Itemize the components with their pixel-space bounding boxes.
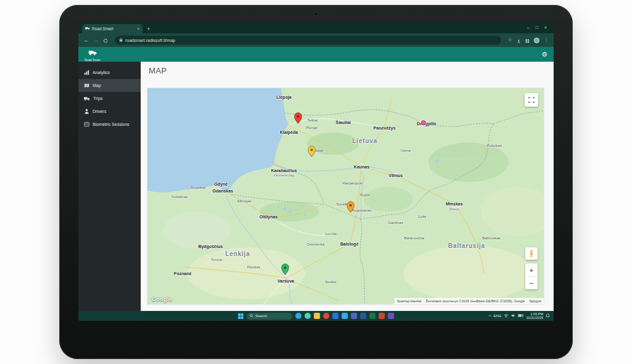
map-label: Elbingas: [237, 199, 251, 203]
sidebar-item-map[interactable]: Map: [78, 79, 141, 92]
taskbar-app-teams-icon[interactable]: [351, 313, 357, 319]
map-label: Košalinas: [172, 195, 188, 199]
map-marker-klaipeda[interactable]: [294, 112, 302, 126]
map-label: Marijampolė: [343, 181, 363, 185]
taskbar-search[interactable]: Search: [247, 313, 293, 320]
sidebar-item-trips[interactable]: Trips: [78, 92, 141, 105]
settings-gear-icon[interactable]: ⚙: [541, 51, 547, 58]
map-label: Sedlcė: [325, 280, 336, 284]
taskbar-app-chrome-icon[interactable]: [323, 313, 330, 319]
map-label: Balstogė: [340, 242, 359, 246]
browser-tabstrip: Road Smart × + – □ ×: [78, 22, 554, 33]
taskbar-clock[interactable]: 1:06 PM 10/31/2025: [526, 312, 543, 320]
map-label: Baranovičiai: [404, 236, 425, 240]
bookmark-star-icon[interactable]: ☆: [508, 38, 512, 43]
taskbar-app-app-icon[interactable]: [388, 313, 394, 319]
taskbar-app-copilot-icon[interactable]: [305, 313, 311, 319]
back-icon[interactable]: ←: [83, 38, 89, 43]
language-indicator[interactable]: ENG: [493, 314, 501, 318]
map-label: Lyda: [418, 215, 426, 218]
zoom-in-button[interactable]: +: [525, 264, 538, 276]
map-label: Olštynas: [259, 215, 278, 219]
taskbar-app-word-icon[interactable]: [360, 313, 367, 319]
map-label: Минск: [449, 207, 459, 211]
sidebar-item-label: Trips: [93, 96, 102, 101]
truck-icon: [84, 96, 90, 101]
fullscreen-button[interactable]: [525, 93, 538, 107]
taskbar-app-excel-icon[interactable]: [370, 313, 376, 319]
browser-tab[interactable]: Road Smart ×: [82, 24, 143, 33]
taskbar-app-edge-icon[interactable]: [296, 313, 302, 319]
map-label: Karaliaučius: [271, 168, 297, 173]
map-marker-daugpilis[interactable]: [421, 120, 426, 125]
map-label: Lietuva: [352, 138, 378, 144]
keyboard-shortcuts-link[interactable]: Spartieji klavišai: [397, 299, 421, 303]
system-tray: ^ ENG 1:06 PM 10/31/2025: [489, 312, 550, 320]
map-label: Klaipėda: [280, 130, 297, 134]
maximize-button[interactable]: □: [536, 25, 538, 30]
address-bar[interactable]: roadsmart.radissoft.lt/map: [115, 36, 501, 44]
map-marker-varsuva[interactable]: [281, 263, 289, 278]
map-label: Lomža: [325, 232, 336, 236]
terms-link[interactable]: Sąlygos: [529, 299, 541, 303]
wifi-icon[interactable]: [504, 314, 509, 318]
map-label: Panevėžys: [373, 126, 396, 130]
sidebar-item-analytics[interactable]: Analytics: [78, 66, 141, 79]
browser-menu-icon[interactable]: ⋮: [544, 38, 549, 43]
taskbar-app-store-icon[interactable]: [333, 313, 339, 319]
notification-bell-icon[interactable]: [546, 313, 550, 318]
map-label: Šiauliai: [336, 120, 351, 125]
map-label: Minskas: [446, 202, 463, 206]
clock-date: 10/31/2025: [526, 316, 543, 320]
map-attribution: Spartieji klavišai Žemėlapio duomenys ©2…: [394, 298, 544, 304]
new-tab-button[interactable]: +: [147, 26, 150, 32]
volume-icon[interactable]: [511, 313, 515, 318]
google-map[interactable]: LietuvaLenkijaBaltarusijaLiepojaKlaipėda…: [148, 88, 544, 304]
browser-toolbar: ← → roadsmart.radissoft.lt/map ☆: [78, 33, 554, 47]
start-button-icon[interactable]: [238, 310, 244, 321]
sidebar-item-drivers[interactable]: Drivers: [78, 105, 141, 118]
person-icon: [84, 109, 89, 114]
map-label: Ostrolenka: [306, 242, 324, 246]
app-logo[interactable]: Road Smart: [85, 47, 101, 62]
profile-avatar[interactable]: [534, 38, 539, 43]
zoom-out-button[interactable]: −: [525, 277, 538, 289]
sidebar-item-label: Drivers: [93, 109, 106, 114]
minimize-button[interactable]: –: [527, 25, 530, 30]
search-icon: [250, 314, 254, 318]
tab-close-icon[interactable]: ×: [137, 27, 139, 31]
map-label: Augustavas: [352, 209, 371, 212]
download-icon[interactable]: [517, 35, 521, 46]
map-label: Gdynė: [214, 182, 228, 186]
tray-chevron-icon[interactable]: ^: [489, 314, 491, 318]
sidebar-item-biometric-sessions[interactable]: Biometric Sessions: [78, 118, 141, 131]
analytics-icon: [84, 70, 89, 75]
url-text: roadsmart.radissoft.lt/map: [125, 38, 175, 43]
taskbar-app-outlook-icon[interactable]: [342, 313, 348, 319]
truck-logo-icon: [88, 47, 98, 58]
taskbar-center: Search: [238, 310, 394, 321]
screen: Road Smart × + – □ × ← →: [78, 22, 554, 321]
map-marker-taurage[interactable]: [308, 146, 316, 160]
map-label: Калининград: [273, 173, 294, 177]
map-label: Gardinas: [388, 221, 403, 225]
taskbar-app-file-explorer-icon[interactable]: [314, 313, 320, 319]
window-close-button[interactable]: ×: [544, 25, 547, 30]
forward-icon[interactable]: →: [93, 38, 99, 43]
map-marker-gardinas[interactable]: [347, 201, 355, 215]
battery-icon[interactable]: [518, 314, 523, 318]
site-security-icon[interactable]: [119, 38, 123, 43]
sidebar-item-label: Analytics: [93, 70, 110, 75]
reload-icon[interactable]: [103, 35, 108, 46]
webcam-icon: [315, 13, 317, 15]
taskbar-apps: [296, 313, 394, 319]
map-label: Liepoja: [276, 95, 292, 99]
sidebar: Analytics Map Trips Drivers: [78, 62, 141, 311]
page-background: Road Smart × + – □ × ← →: [0, 0, 632, 364]
pegman-streetview-button[interactable]: [525, 247, 538, 260]
map-icon: [84, 83, 89, 88]
extensions-icon[interactable]: [525, 35, 530, 46]
taskbar-app-powerpoint-icon[interactable]: [379, 313, 385, 319]
map-label: Baltarusija: [448, 242, 485, 249]
map-label: Utena: [401, 149, 410, 152]
